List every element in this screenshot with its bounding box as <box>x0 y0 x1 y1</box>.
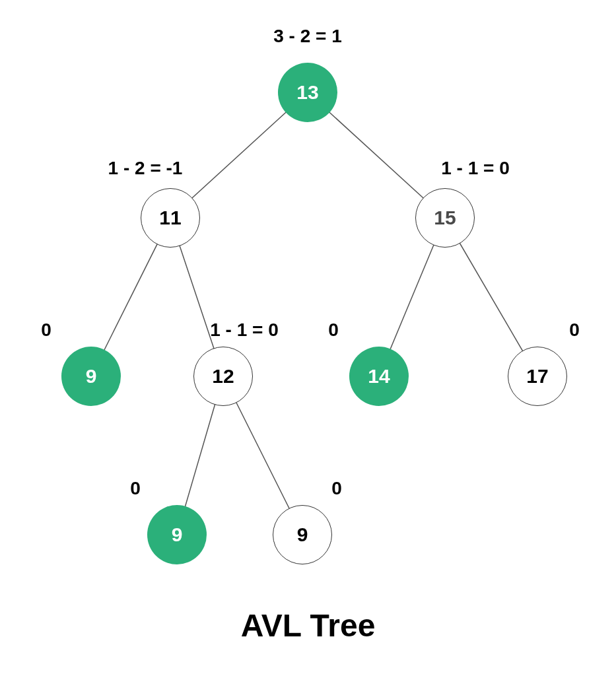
balance-label-12: 1 - 1 = 0 <box>210 320 279 341</box>
node-value: 12 <box>212 365 234 388</box>
node-value: 13 <box>296 81 318 104</box>
balance-label-9c: 0 <box>331 478 342 499</box>
tree-node-9c: 9 <box>273 505 332 564</box>
diagram-title: AVL Tree <box>241 607 376 644</box>
balance-label-13: 3 - 2 = 1 <box>273 26 342 47</box>
node-value: 15 <box>434 207 456 229</box>
balance-label-14: 0 <box>328 320 339 341</box>
tree-node-13: 13 <box>278 63 337 122</box>
node-value: 9 <box>172 524 183 546</box>
node-value: 17 <box>526 365 548 388</box>
balance-label-9a: 0 <box>41 320 51 341</box>
balance-label-9b: 0 <box>130 478 141 499</box>
tree-node-15: 15 <box>415 188 475 248</box>
avl-tree-diagram: 3 - 2 = 1 13 1 - 2 = -1 11 1 - 1 = 0 15 … <box>0 0 616 676</box>
node-value: 9 <box>86 365 97 388</box>
tree-node-9a: 9 <box>61 347 121 406</box>
tree-node-17: 17 <box>508 347 567 406</box>
balance-label-11: 1 - 2 = -1 <box>108 158 183 179</box>
tree-node-14: 14 <box>349 347 409 406</box>
node-value: 11 <box>159 207 181 229</box>
tree-node-12: 12 <box>193 347 253 406</box>
tree-node-11: 11 <box>141 188 200 248</box>
node-value: 14 <box>368 365 390 388</box>
balance-label-17: 0 <box>569 320 580 341</box>
balance-label-15: 1 - 1 = 0 <box>441 158 510 179</box>
tree-node-9b: 9 <box>147 505 207 564</box>
node-value: 9 <box>297 524 308 546</box>
